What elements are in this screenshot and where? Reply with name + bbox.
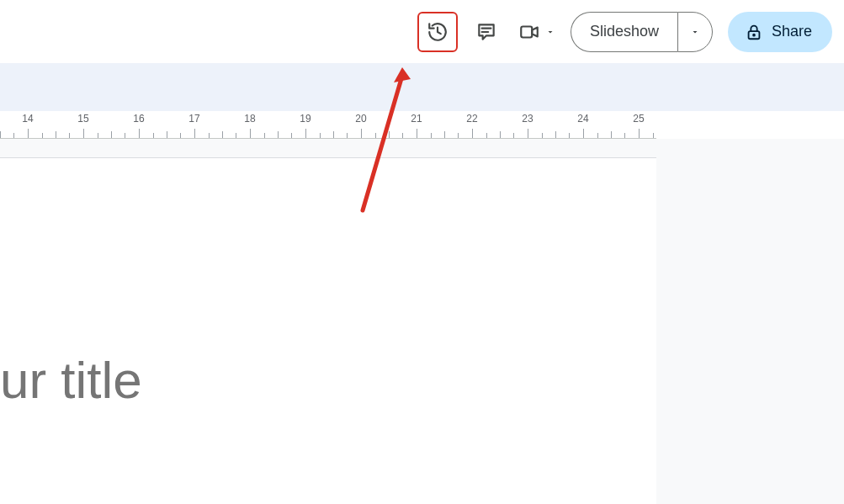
slide[interactable]: ur title	[0, 157, 656, 504]
ruler-unit: 18	[222, 111, 278, 139]
history-button[interactable]	[421, 15, 454, 49]
slideshow-button[interactable]: Slideshow	[571, 12, 677, 52]
canvas-area: ur title	[0, 139, 656, 504]
ruler-number: 19	[300, 113, 311, 125]
slideshow-label: Slideshow	[590, 23, 659, 40]
share-label: Share	[772, 23, 812, 40]
format-band	[0, 63, 844, 111]
slideshow-group: Slideshow	[571, 12, 713, 52]
comment-icon	[475, 21, 497, 43]
clock-arrow-icon	[427, 21, 449, 43]
ruler-number: 15	[77, 113, 88, 125]
ruler-number: 21	[411, 113, 422, 125]
ruler-unit: 17	[167, 111, 222, 139]
ruler-number: 23	[522, 113, 533, 125]
right-empty-pane	[656, 139, 844, 504]
lock-icon	[745, 23, 763, 41]
ruler-unit: 16	[111, 111, 167, 139]
ruler-unit: 24	[555, 111, 611, 139]
ruler-number: 25	[633, 113, 644, 125]
horizontal-ruler[interactable]: 141516171819202122232425	[0, 111, 656, 139]
chevron-down-icon	[690, 27, 700, 37]
ruler-unit: 22	[444, 111, 500, 139]
ruler-unit: 14	[0, 111, 56, 139]
svg-point-5	[753, 34, 755, 35]
ruler-number: 22	[466, 113, 477, 125]
ruler-unit: 21	[389, 111, 444, 139]
ruler-unit: 23	[500, 111, 555, 139]
share-button[interactable]: Share	[728, 12, 832, 52]
ruler-unit: 15	[56, 111, 111, 139]
svg-marker-3	[532, 27, 538, 36]
ruler-number: 17	[188, 113, 199, 125]
title-placeholder[interactable]: ur title	[0, 350, 142, 410]
meet-button[interactable]	[518, 21, 555, 43]
ruler-number: 16	[133, 113, 144, 125]
chevron-down-icon	[545, 27, 555, 37]
svg-rect-2	[521, 26, 532, 37]
ruler-unit: 19	[278, 111, 333, 139]
camera-icon	[518, 21, 540, 43]
comments-button[interactable]	[470, 15, 503, 49]
ruler-number: 24	[577, 113, 588, 125]
ruler-number: 20	[355, 113, 366, 125]
app-toolbar: Slideshow Share	[0, 0, 844, 63]
ruler-unit: 25	[611, 111, 656, 139]
ruler-number: 18	[244, 113, 255, 125]
ruler-unit: 20	[333, 111, 389, 139]
ruler-number: 14	[22, 113, 33, 125]
slideshow-options-button[interactable]	[677, 12, 713, 52]
